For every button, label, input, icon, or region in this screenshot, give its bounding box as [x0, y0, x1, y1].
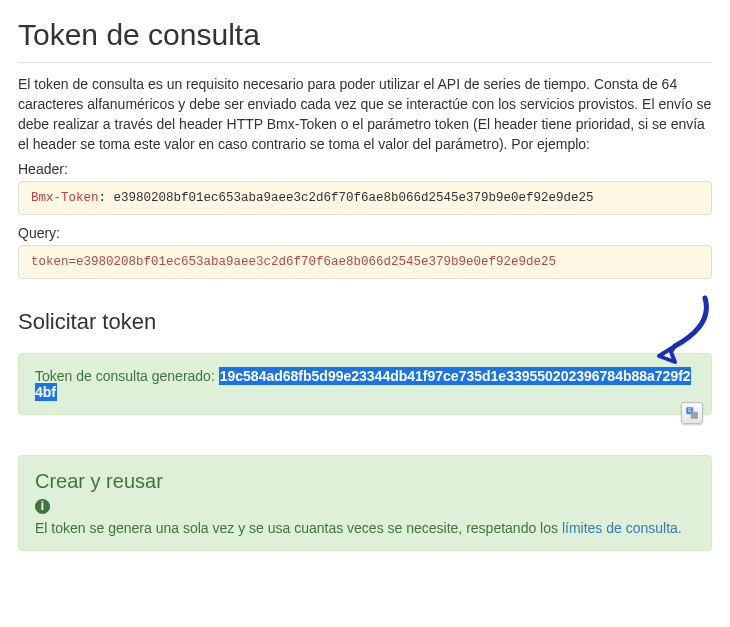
limits-link[interactable]: límites de consulta — [562, 520, 678, 536]
header-example-code: Bmx-Token: e3980208bf01ec653aba9aee3c2d6… — [18, 181, 712, 215]
translate-badge-icon[interactable]: G — [681, 402, 703, 424]
code-sep: : — [99, 191, 114, 205]
header-example-label: Header: — [18, 161, 712, 177]
reuse-info-text: El token se genera una sola vez y se usa… — [35, 520, 562, 536]
generated-token-panel: Token de consulta generado: 19c584ad68fb… — [18, 353, 712, 415]
request-token-heading: Solicitar token — [18, 309, 712, 335]
intro-paragraph: El token de consulta es un requisito nec… — [18, 75, 712, 155]
divider — [18, 62, 712, 63]
svg-marker-0 — [659, 346, 675, 362]
query-example-code: token=e3980208bf01ec653aba9aee3c2d6f70f6… — [18, 245, 712, 279]
reuse-info-suffix: . — [678, 520, 682, 536]
generated-token-label: Token de consulta generado: — [35, 368, 219, 384]
reuse-info-title: Crear y reusar — [35, 470, 695, 493]
query-example-label: Query: — [18, 225, 712, 241]
reuse-info-panel: Crear y reusar i El token se genera una … — [18, 455, 712, 551]
code-key: Bmx-Token — [31, 191, 99, 205]
page-title: Token de consulta — [18, 18, 712, 52]
svg-text:G: G — [688, 408, 692, 413]
code-value: e3980208bf01ec653aba9aee3c2d6f70f6ae8b06… — [114, 191, 594, 205]
svg-rect-2 — [691, 411, 698, 418]
code-line: token=e3980208bf01ec653aba9aee3c2d6f70f6… — [31, 255, 556, 269]
info-icon: i — [35, 499, 50, 514]
